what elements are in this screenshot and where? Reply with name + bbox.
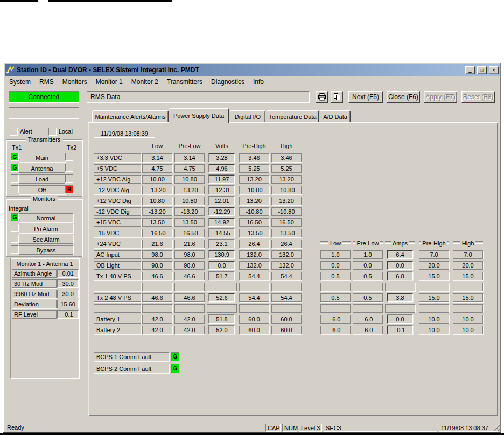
- current-value-cell: 3.28: [207, 153, 237, 162]
- status-cell-level-3: Level 3: [299, 424, 322, 432]
- table-cell: 46.6: [174, 293, 205, 302]
- transmitter-antenna-button[interactable]: Antenna: [19, 164, 65, 173]
- maximize-button[interactable]: ❐: [477, 66, 487, 74]
- transmitter-row-load: Load: [11, 174, 73, 184]
- detail-row-azimuth-angle: Azimuth Angle0.01: [12, 269, 79, 278]
- copy-button[interactable]: [331, 91, 343, 103]
- detail-row-9960-hz-mod: 9960 Hz Mod30.0: [12, 290, 79, 298]
- column-header-high: High: [453, 240, 483, 247]
- row-label-15-vdc: -15 VDC: [94, 229, 141, 237]
- menu-item-monitor-2[interactable]: Monitor 2: [127, 77, 163, 87]
- menu-item-rms[interactable]: RMS: [35, 77, 58, 87]
- monitor-normal-button[interactable]: Normal: [19, 213, 73, 222]
- monitor-sec-alarm-button[interactable]: Sec Alarm: [19, 235, 73, 244]
- column-header-pre-low: Pre-Low: [353, 240, 383, 247]
- view-title-field: RMS Data: [87, 91, 310, 103]
- tab-maintenance-alerts-alarms[interactable]: Maintenance Alerts/Alarms: [92, 110, 169, 122]
- tx1-antenna-indicator: G: [11, 164, 19, 172]
- table-cell: 10.80: [142, 197, 172, 205]
- local-indicator: [48, 128, 57, 136]
- menu-item-monitors[interactable]: Monitors: [58, 77, 92, 87]
- column-header-pre-high: Pre-High: [239, 142, 269, 149]
- table-cell: 20.0: [419, 261, 449, 270]
- current-value-box: -12.31: [209, 186, 235, 194]
- close-button[interactable]: ✕: [489, 66, 499, 74]
- current-value-box: 4.96: [209, 164, 235, 173]
- table-cell: 13.20: [239, 197, 269, 205]
- table-cell: 0.5: [320, 272, 351, 280]
- next-button[interactable]: Next (F5): [348, 91, 383, 103]
- current-value-box: 11.97: [209, 175, 235, 184]
- current-value-box: 52.0: [209, 326, 235, 334]
- current-value-box: 51.8: [209, 315, 235, 324]
- current-value-cell: 3.8: [385, 293, 415, 302]
- table-cell: 4.75: [174, 164, 205, 173]
- status-datetime: 11/19/08 13:08:37: [439, 424, 498, 432]
- transmitter-main-button[interactable]: Main: [19, 153, 65, 162]
- transmitters-group: Transmitters Tx1 Tx2 GMainGAntennaLoadOf…: [6, 139, 82, 197]
- table-cell: 0.5: [353, 293, 383, 302]
- tx2-off-indicator: R: [65, 185, 73, 193]
- current-value-box: 130.9: [209, 250, 235, 259]
- table-cell: 3.46: [239, 153, 269, 162]
- menu-item-diagnostics[interactable]: Diagnostics: [207, 77, 249, 87]
- transmitter-load-button[interactable]: Load: [19, 174, 65, 184]
- current-value-box: -12.29: [209, 207, 235, 216]
- row-label-12-vdc-alg: +12 VDC Alg: [94, 175, 141, 184]
- monitor-bypass-button[interactable]: Bypass: [19, 245, 73, 255]
- 9960-hz-mod-label: 9960 Hz Mod: [12, 290, 57, 298]
- menu-item-monitor-1[interactable]: Monitor 1: [92, 77, 127, 87]
- current-value-cell: -14.55: [207, 228, 237, 237]
- table-cell: [385, 304, 415, 313]
- table-cell: 54.4: [271, 272, 302, 280]
- current-value-box: -0.1: [387, 326, 413, 334]
- print-button[interactable]: [316, 91, 328, 103]
- current-value-cell: 0.0: [385, 314, 415, 324]
- table-cell: 13.20: [271, 175, 302, 184]
- table-cell: 26.4: [239, 240, 269, 248]
- tab-a-d-data[interactable]: A/D Data: [320, 110, 351, 122]
- table-cell: 98.0: [174, 250, 205, 259]
- menu-item-transmitters[interactable]: Transmitters: [163, 77, 207, 87]
- column-header-label: Low: [152, 143, 163, 149]
- row-label-tx-2-48-v-ps: Tx 2 48 V PS: [94, 293, 141, 302]
- reset-button[interactable]: Reset (F8): [461, 91, 495, 103]
- table-cell: [142, 283, 172, 291]
- minimize-button[interactable]: _: [465, 66, 475, 74]
- table-cell: [320, 304, 351, 313]
- apply-button[interactable]: Apply (F7): [424, 91, 457, 103]
- status-cell-num: NUM: [282, 424, 297, 432]
- close-view-button[interactable]: Close (F6): [387, 91, 420, 103]
- table-cell: -6.0: [353, 315, 383, 324]
- 30-hz-mod-label: 30 Hz Mod: [12, 279, 57, 288]
- decoration-line-2: [48, 0, 172, 2]
- tab-temperature-data[interactable]: Temperature Data: [267, 110, 319, 122]
- tab-power-supply-data[interactable]: Power Supply Data: [169, 108, 229, 123]
- menu-item-system[interactable]: System: [5, 77, 35, 87]
- table-cell: [271, 283, 302, 291]
- title-bar: Station ID - Dual DVOR - SELEX Sistemi I…: [5, 64, 500, 76]
- table-cell: 10.80: [174, 175, 205, 184]
- table-cell: [142, 304, 172, 313]
- column-header-label: Low: [330, 240, 341, 247]
- table-cell: 5.25: [239, 164, 269, 173]
- current-value-box: 6.8: [387, 272, 413, 280]
- monitor-row-bypass: Bypass: [11, 245, 73, 255]
- monitor-pri-alarm-button[interactable]: Pri Alarm: [19, 224, 73, 233]
- current-value-cell: -12.29: [207, 207, 237, 216]
- status-bar: Ready CAPNUMLevel 3SEC3 11/19/08 13:08:3…: [5, 423, 500, 432]
- table-cell: 54.4: [239, 293, 269, 302]
- transmitter-row-off: OffR: [11, 185, 73, 194]
- menu-item-info[interactable]: Info: [249, 77, 268, 87]
- table-cell: [353, 304, 383, 313]
- transmitter-off-button[interactable]: Off: [19, 185, 65, 194]
- table-cell: 21.6: [142, 240, 172, 248]
- current-value-box: 0.0: [387, 261, 413, 270]
- page: { "window": { "title": "Station ID - Dua…: [0, 0, 504, 435]
- table-cell: 46.6: [142, 293, 172, 302]
- current-value-box: 23.1: [209, 240, 235, 248]
- tx2-main-indicator: [65, 153, 73, 161]
- table-cell: [239, 304, 269, 313]
- tab-digital-i-o[interactable]: Digital I/O: [230, 110, 265, 122]
- table-cell: 13.50: [142, 218, 172, 227]
